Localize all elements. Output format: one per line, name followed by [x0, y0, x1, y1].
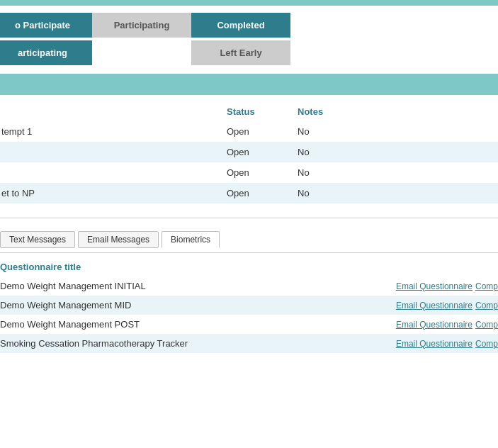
row-status: Open [227, 126, 298, 137]
questionnaire-name: Demo Weight Management INITIAL [0, 281, 396, 291]
participating-button[interactable]: Participating [92, 13, 191, 38]
row-status: Open [227, 147, 298, 157]
participate-button[interactable]: o Participate [0, 13, 92, 38]
table-row: Open No [0, 142, 498, 162]
comp-link[interactable]: Comp [475, 339, 498, 349]
questionnaire-actions: Email Questionnaire Comp [396, 320, 498, 330]
row-name: et to NP [0, 188, 227, 198]
questionnaire-row: Demo Weight Management INITIAL Email Que… [0, 276, 498, 296]
col-status-header: Status [227, 106, 298, 117]
row-notes: No [298, 167, 368, 178]
row-status: Open [227, 188, 298, 198]
questionnaire-name: Smoking Cessation Pharmacotherapy Tracke… [0, 338, 396, 349]
row-notes: No [298, 147, 368, 157]
email-questionnaire-link[interactable]: Email Questionnaire [396, 301, 472, 310]
col-notes-header: Notes [298, 106, 368, 117]
comp-link[interactable]: Comp [475, 301, 498, 310]
row-notes: No [298, 126, 368, 137]
tab-text-messages[interactable]: Text Messages [0, 231, 75, 248]
row-name: tempt 1 [0, 126, 227, 137]
questionnaire-actions: Email Questionnaire Comp [396, 281, 498, 291]
questionnaire-name: Demo Weight Management POST [0, 319, 396, 330]
row-status: Open [227, 167, 298, 178]
top-bar [0, 0, 498, 6]
questionnaire-section-title: Questionnaire title [0, 259, 498, 276]
row-notes: No [298, 188, 368, 198]
not-participating-button[interactable]: articipating [0, 40, 92, 65]
left-early-button[interactable]: Left Early [191, 40, 290, 65]
divider [0, 218, 498, 218]
comp-link[interactable]: Comp [475, 320, 498, 330]
tab-biometrics[interactable]: Biometrics [162, 231, 220, 248]
table-row: et to NP Open No [0, 183, 498, 203]
status-row-2: articipating Left Early [0, 40, 498, 65]
table-row: Open No [0, 162, 498, 183]
questionnaire-rows: Demo Weight Management INITIAL Email Que… [0, 276, 498, 353]
comp-link[interactable]: Comp [475, 281, 498, 291]
col-name-header [0, 106, 227, 117]
questionnaire-row: Demo Weight Management POST Email Questi… [0, 315, 498, 334]
email-questionnaire-link[interactable]: Email Questionnaire [396, 320, 472, 330]
tab-email-messages[interactable]: Email Messages [78, 231, 159, 248]
tabs-row: Text MessagesEmail MessagesBiometrics [0, 225, 498, 253]
completed-button[interactable]: Completed [191, 13, 290, 38]
questionnaire-actions: Email Questionnaire Comp [396, 339, 498, 349]
questionnaire-name: Demo Weight Management MID [0, 300, 396, 310]
questionnaire-row: Smoking Cessation Pharmacotherapy Tracke… [0, 334, 498, 353]
questionnaire-row: Demo Weight Management MID Email Questio… [0, 296, 498, 315]
row-name [0, 167, 227, 178]
email-questionnaire-link[interactable]: Email Questionnaire [396, 339, 472, 349]
table-section: Status Notes tempt 1 Open No Open No Ope… [0, 95, 498, 211]
questionnaire-section: Questionnaire title Demo Weight Manageme… [0, 253, 498, 359]
table-rows: tempt 1 Open No Open No Open No et to NP… [0, 121, 498, 203]
table-row: tempt 1 Open No [0, 121, 498, 142]
email-questionnaire-link[interactable]: Email Questionnaire [396, 281, 472, 291]
questionnaire-actions: Email Questionnaire Comp [396, 301, 498, 310]
status-row-1: o Participate Participating Completed [0, 6, 498, 38]
section-bar [0, 74, 498, 95]
row-name [0, 147, 227, 157]
table-header: Status Notes [0, 102, 498, 121]
